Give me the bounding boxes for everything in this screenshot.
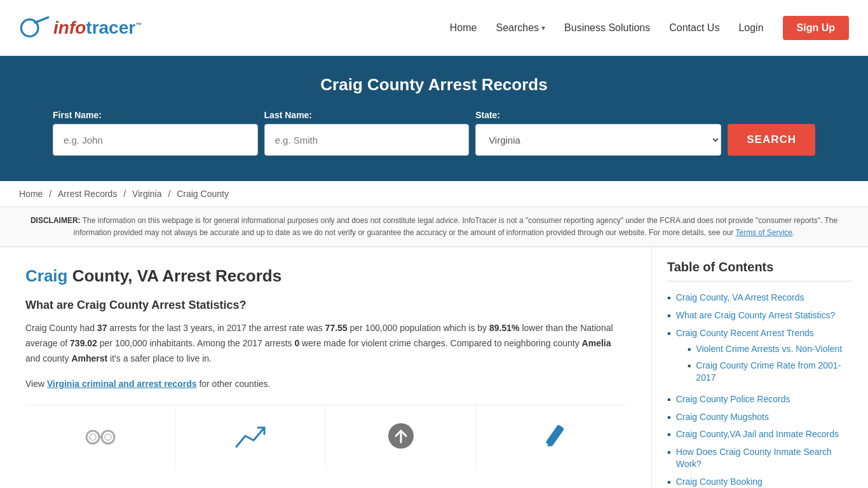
- lower-pct: 89.51%: [489, 323, 519, 333]
- toc-sub-item-3-2: ▪ Craig County Crime Rate from 2001-2017: [688, 360, 853, 384]
- toc-item-1: ▪ Craig County, VA Arrest Records: [667, 292, 853, 304]
- toc-bullet-7: ▪: [667, 447, 671, 458]
- disclaimer-tos-link[interactable]: Terms of Service: [736, 228, 792, 237]
- logo[interactable]: infotracer™: [19, 12, 142, 44]
- icon-cell-arrests: [25, 405, 176, 469]
- toc-bullet-2: ▪: [667, 310, 671, 322]
- toc-link-2[interactable]: What are Craig County Arrest Statistics?: [676, 309, 836, 322]
- toc-sub-link-3-2[interactable]: Craig County Crime Rate from 2001-2017: [696, 360, 853, 384]
- main-nav: Home Searches ▾ Business Solutions Conta…: [450, 16, 849, 40]
- last-name-group: Last Name:: [264, 110, 470, 156]
- toc-bullet-4: ▪: [667, 394, 671, 405]
- state-select[interactable]: Virginia: [475, 124, 721, 156]
- toc-item-3-wrapper: Craig County Recent Arrest Trends ▪ Viol…: [676, 327, 853, 388]
- svg-point-3: [102, 431, 114, 444]
- toc-link-1[interactable]: Craig County, VA Arrest Records: [676, 292, 804, 304]
- trend-up-icon: [231, 418, 269, 456]
- toc-link-5[interactable]: Craig County Mugshots: [676, 411, 769, 424]
- icon-cell-scroll: [326, 405, 477, 469]
- nav-searches[interactable]: Searches: [496, 22, 539, 34]
- state-label: State:: [475, 110, 500, 120]
- svg-point-6: [105, 434, 111, 440]
- nav-signup[interactable]: Sign Up: [783, 16, 849, 40]
- svg-rect-9: [546, 424, 565, 447]
- toc-sub-bullet-3-1: ▪: [688, 344, 691, 355]
- national-avg: 739.02: [70, 338, 97, 348]
- toc-link-4[interactable]: Craig County Police Records: [676, 393, 790, 406]
- handcuffs-icon: [81, 418, 119, 456]
- search-button[interactable]: SEARCH: [728, 124, 815, 156]
- nav-business-solutions[interactable]: Business Solutions: [564, 22, 650, 34]
- disclaimer-text: The information on this webpage is for g…: [74, 216, 837, 237]
- icon-cell-trend: [176, 405, 327, 469]
- search-form: First Name: Last Name: State: Virginia S…: [53, 110, 815, 156]
- breadcrumb-sep-2: /: [123, 189, 128, 199]
- sidebar: Table of Contents ▪ Craig County, VA Arr…: [652, 247, 868, 488]
- toc-sub-item-3-1: ▪ Violent Crime Arrests vs. Non-Violent: [688, 343, 853, 356]
- logo-icon: [19, 12, 51, 44]
- toc-item-8: ▪ Craig County Booking: [667, 476, 853, 488]
- toc-link-8[interactable]: Craig County Booking: [676, 476, 763, 488]
- nav-login[interactable]: Login: [738, 22, 763, 34]
- toc-list: ▪ Craig County, VA Arrest Records ▪ What…: [667, 292, 853, 488]
- breadcrumb-sep-1: /: [49, 189, 54, 199]
- breadcrumb: Home / Arrest Records / Virginia / Craig…: [0, 181, 868, 207]
- article-title: Craig County, VA Arrest Records: [25, 266, 626, 286]
- toc-item-6: ▪ Craig County,VA Jail and Inmate Record…: [667, 428, 853, 441]
- toc-sub-3: ▪ Violent Crime Arrests vs. Non-Violent …: [676, 343, 853, 384]
- article-paragraph-1: Craig County had 37 arrests for the last…: [25, 321, 626, 366]
- article-paragraph-2: View Virginia criminal and arrest record…: [25, 377, 626, 392]
- toc-bullet-3: ▪: [667, 328, 671, 339]
- hero-section: Craig County Arrest Records First Name: …: [0, 56, 868, 181]
- article-title-highlight: Craig: [25, 266, 67, 285]
- toc-bullet-1: ▪: [667, 292, 671, 304]
- disclaimer: DISCLAIMER: The information on this webp…: [0, 207, 868, 247]
- county1: Amelia: [582, 338, 611, 348]
- toc-item-4: ▪ Craig County Police Records: [667, 393, 853, 406]
- toc-link-3[interactable]: Craig County Recent Arrest Trends: [676, 328, 814, 338]
- toc-item-2: ▪ What are Craig County Arrest Statistic…: [667, 309, 853, 322]
- toc-item-3: ▪ Craig County Recent Arrest Trends ▪ Vi…: [667, 327, 853, 388]
- last-name-input[interactable]: [264, 124, 470, 156]
- disclaimer-period: .: [792, 228, 794, 237]
- toc-link-6[interactable]: Craig County,VA Jail and Inmate Records: [676, 428, 839, 441]
- main-content: Craig County, VA Arrest Records What are…: [0, 247, 868, 488]
- article-title-rest: County, VA Arrest Records: [67, 266, 281, 285]
- icon-cell-pencil: [477, 405, 627, 469]
- disclaimer-label: DISCLAIMER:: [31, 216, 81, 225]
- arrest-rate: 77.55: [325, 323, 348, 333]
- toc-title: Table of Contents: [667, 260, 853, 281]
- first-name-group: First Name:: [53, 110, 258, 156]
- state-group: State: Virginia: [475, 110, 721, 156]
- header: infotracer™ Home Searches ▾ Business Sol…: [0, 0, 868, 56]
- first-name-input[interactable]: [53, 124, 258, 156]
- icons-row: [25, 405, 626, 469]
- breadcrumb-sep-3: /: [168, 189, 173, 199]
- toc-bullet-8: ▪: [667, 477, 671, 488]
- last-name-label: Last Name:: [264, 110, 312, 120]
- svg-point-5: [90, 434, 96, 440]
- nav-contact-us[interactable]: Contact Us: [669, 22, 719, 34]
- nav-home[interactable]: Home: [450, 22, 477, 34]
- logo-text: infotracer™: [53, 18, 142, 38]
- breadcrumb-arrest-records[interactable]: Arrest Records: [58, 189, 117, 199]
- toc-sub-bullet-3-2: ▪: [688, 360, 691, 372]
- toc-item-7: ▪ How Does Craig County Inmate Search Wo…: [667, 446, 853, 471]
- toc-sub-link-3-1[interactable]: Violent Crime Arrests vs. Non-Violent: [696, 343, 842, 356]
- breadcrumb-craig-county[interactable]: Craig County: [177, 189, 229, 199]
- hero-title: Craig County Arrest Records: [19, 75, 849, 95]
- scroll-icon: [382, 418, 420, 456]
- breadcrumb-home[interactable]: Home: [19, 189, 43, 199]
- chevron-down-icon: ▾: [541, 24, 545, 32]
- pencil-icon: [532, 418, 570, 456]
- toc-item-5: ▪ Craig County Mugshots: [667, 411, 853, 424]
- first-name-label: First Name:: [53, 110, 102, 120]
- svg-point-2: [86, 431, 99, 444]
- nav-searches-wrapper: Searches ▾: [496, 22, 545, 34]
- article: Craig County, VA Arrest Records What are…: [0, 247, 652, 488]
- virginia-records-link[interactable]: Virginia criminal and arrest records: [47, 379, 197, 389]
- article-subtitle: What are Craig County Arrest Statistics?: [25, 299, 626, 312]
- breadcrumb-virginia[interactable]: Virginia: [132, 189, 161, 199]
- toc-link-7[interactable]: How Does Craig County Inmate Search Work…: [676, 446, 853, 471]
- arrests-count: 37: [97, 323, 107, 333]
